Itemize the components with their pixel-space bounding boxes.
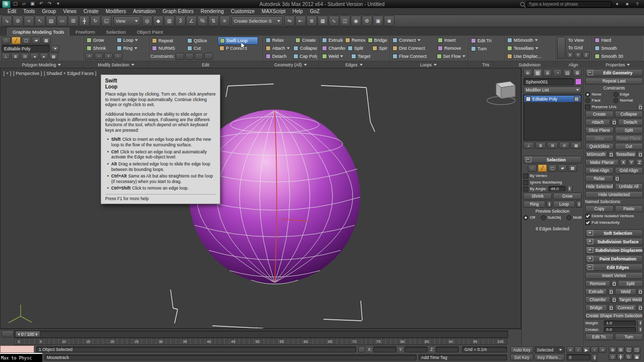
ring-shrink-button[interactable]: − [114,53,122,60]
edit-named-selection-sets-icon[interactable]: ≡ [219,16,230,26]
ribbon-tab[interactable]: Freeform [70,28,100,36]
weld-edge-button[interactable]: Weld [615,288,637,295]
track-bar-ruler[interactable]: 0510152025303540455055606570758085909510… [14,338,507,345]
constraint-normal-icon[interactable] [204,53,213,60]
make-planar-z-button[interactable]: Z [636,159,643,166]
detach-button[interactable]: Detach [618,119,643,126]
bridge-settings-button[interactable] [608,304,614,311]
previous-modifier-icon[interactable]: ◂ [30,53,39,60]
attach-button[interactable]: Attach [585,119,610,126]
generate-topology-icon[interactable]: ▦ [49,53,58,60]
constraint-none-icon[interactable] [176,53,184,60]
remove-button[interactable]: Remove [344,37,365,44]
constraint-radio[interactable]: Edge [613,92,640,97]
workspace-dropdown-icon[interactable]: ▾ [54,1,62,7]
bind-to-space-warp-icon[interactable]: ≈ [24,16,34,26]
relax-button[interactable]: Relax [585,175,613,182]
make-planar-y-button[interactable]: Y [628,159,635,166]
ribbon-tab[interactable]: Selection [101,28,131,36]
ribbon-group-label-polygon-modeling[interactable]: Polygon Modeling [0,61,83,68]
maxscript-mini-listener[interactable]: Max to Physc [0,353,42,362]
select-object-icon[interactable]: ↖ [35,16,45,26]
menu-item[interactable]: Graph Editors [159,9,197,14]
select-and-rotate-icon[interactable]: ↻ [90,16,101,26]
weld-settings-button[interactable] [637,288,643,295]
slice-plane-button[interactable]: Slice Plane [585,127,614,134]
select-and-scale-icon[interactable]: ◱ [101,16,112,26]
next-frame-arrow[interactable] [36,333,38,336]
detach-button[interactable]: Detach [264,53,291,60]
menu-item[interactable]: MAXScript [258,9,289,14]
insert-loop-button[interactable]: Insert [436,37,457,44]
smooth-edges-button[interactable]: Smooth [593,45,618,52]
remove-settings-button[interactable] [611,280,617,287]
graphite-ribbon-toggle-icon[interactable]: ▦ [317,16,328,26]
extrude-edge-button[interactable]: Extrude [585,288,607,295]
use-displacement-button[interactable]: Use Displac... [506,53,543,60]
by-vertex-checkbox[interactable] [523,173,528,178]
chamfer-settings-button[interactable] [611,296,617,303]
play-animation-icon[interactable]: ▶ [583,346,590,353]
x-coordinate-field[interactable] [373,346,396,352]
pin-stack-icon[interactable]: ⊥ [2,53,10,60]
extrude-button[interactable]: Extrude [320,37,343,44]
by-angle-checkbox[interactable] [523,187,528,192]
z-coordinate-field[interactable] [436,346,459,352]
viewport-menu-view[interactable]: [ Perspective ] [13,71,42,76]
favorites-star-icon[interactable]: ★ [623,1,631,8]
time-slider-track[interactable]: 0 / 100 [14,330,508,338]
remove-loop-button[interactable]: Remove [436,45,463,52]
constraint-radio[interactable]: None [585,92,612,97]
loop-shrink-button[interactable]: − [95,53,103,60]
split-button[interactable]: Split [615,127,643,134]
select-and-move-icon[interactable]: ╋ [79,16,90,26]
mirror-icon[interactable]: ⇋ [284,16,295,26]
modifier-stack-menu-icon[interactable] [51,45,59,52]
preview-selection-radio[interactable]: SubObj [541,215,561,220]
rollout-header[interactable]: Subdivision Displacement [585,246,643,254]
shrink-button[interactable]: Shrink [85,45,114,52]
rollout-header[interactable]: Soft Selection [585,229,643,237]
next-modifier-icon[interactable]: ▸ [40,53,48,60]
repeat-button[interactable]: Repeat [150,37,185,44]
msmooth-button[interactable]: MSmooth [506,37,539,44]
new-scene-icon[interactable]: ▢ [12,1,19,7]
align-to-grid-button[interactable]: To Grid [567,44,590,51]
weight-spinner[interactable] [637,320,643,326]
lock-selection-toggle-icon[interactable] [358,346,365,352]
create-shape-button[interactable]: Create Shape From Selection [585,312,643,319]
select-and-manipulate-icon[interactable]: ◆ [153,16,164,26]
set-key-button[interactable]: Set Key [510,354,533,360]
ring-spinner[interactable] [546,201,552,208]
search-input[interactable] [526,1,612,8]
pan-view-icon[interactable]: ╋ [617,353,624,360]
menu-item[interactable]: Help [289,9,306,14]
insert-vertex-button[interactable]: Insert Vertex [585,272,643,279]
edge-mode-icon[interactable]: ╱ [538,164,547,172]
swift-loop-button[interactable]: Swift Loop [218,37,258,45]
edge-crease-field[interactable]: 0.0 [604,327,636,332]
hide-unselected-button[interactable]: Hide Unselected [585,191,643,198]
previous-frame-icon[interactable]: ‹ [575,346,582,353]
motion-tab-icon[interactable]: ◔ [553,69,562,77]
hierarchy-tab-icon[interactable]: ≣ [543,69,552,77]
remove-edge-button[interactable]: Remove [585,280,610,287]
align-icon[interactable]: ⇤ [295,16,306,26]
vertex-mode-icon[interactable]: ∷ [2,37,11,44]
object-color-swatch[interactable] [575,78,582,85]
menu-item[interactable]: Modifiers [102,9,130,14]
maxscript-macro-recorder[interactable] [0,345,34,353]
save-file-icon[interactable]: ▣ [29,1,36,7]
polygon-mode-icon[interactable]: ▰ [32,37,41,44]
render-setup-icon[interactable]: ⚙ [362,16,372,26]
keyboard-shortcut-override-icon[interactable]: ▥ [164,16,175,26]
rollout-header[interactable]: Paint Deformation [585,255,643,262]
add-time-tag-field[interactable]: Add Time Tag [419,354,507,360]
create-tab-icon[interactable]: ⊕ [523,69,532,77]
weld-button[interactable]: Weld [320,53,349,60]
extrude-settings-button[interactable] [608,288,614,295]
preserve-uvs-checkbox[interactable] [585,105,590,110]
time-slider-handle[interactable]: 0 / 100 [15,331,40,337]
ribbon-group-label-properties[interactable]: Properties [592,61,644,68]
element-mode-icon[interactable]: ▩ [42,37,51,44]
